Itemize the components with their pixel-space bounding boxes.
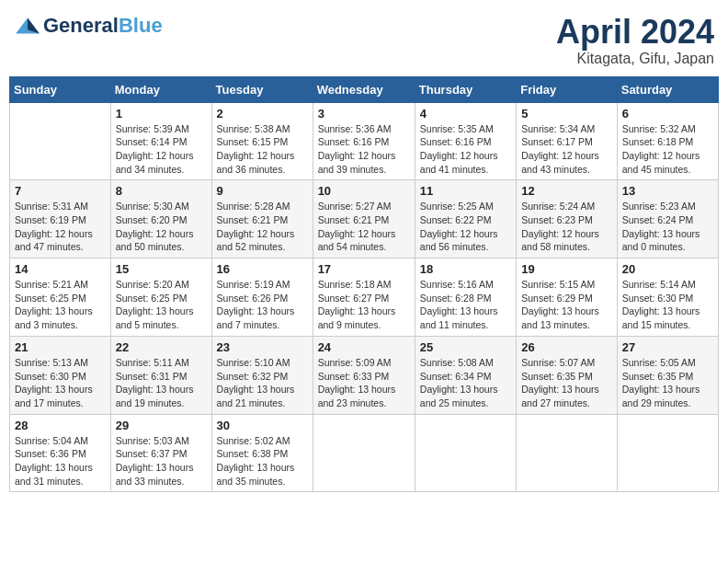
calendar-cell: 11Sunrise: 5:25 AM Sunset: 6:22 PM Dayli… bbox=[415, 180, 516, 259]
logo: GeneralBlue bbox=[14, 14, 163, 38]
day-number: 17 bbox=[318, 262, 410, 276]
logo-general: General bbox=[43, 14, 119, 38]
logo-blue-text: Blue bbox=[119, 14, 163, 38]
calendar-cell: 7Sunrise: 5:31 AM Sunset: 6:19 PM Daylig… bbox=[10, 180, 111, 259]
day-info: Sunrise: 5:32 AM Sunset: 6:18 PM Dayligh… bbox=[622, 122, 713, 177]
day-info: Sunrise: 5:04 AM Sunset: 6:36 PM Dayligh… bbox=[15, 434, 106, 488]
col-sunday: Sunday bbox=[10, 76, 111, 102]
day-number: 11 bbox=[420, 184, 511, 198]
day-number: 18 bbox=[420, 262, 511, 276]
day-info: Sunrise: 5:18 AM Sunset: 6:27 PM Dayligh… bbox=[318, 278, 410, 332]
day-number: 8 bbox=[116, 184, 207, 198]
day-info: Sunrise: 5:34 AM Sunset: 6:17 PM Dayligh… bbox=[521, 122, 612, 177]
col-thursday: Thursday bbox=[415, 76, 516, 102]
day-info: Sunrise: 5:27 AM Sunset: 6:21 PM Dayligh… bbox=[318, 200, 410, 254]
day-info: Sunrise: 5:31 AM Sunset: 6:19 PM Dayligh… bbox=[15, 200, 106, 254]
calendar-cell: 25Sunrise: 5:08 AM Sunset: 6:34 PM Dayli… bbox=[415, 336, 516, 414]
day-number: 9 bbox=[217, 184, 308, 198]
week-row-3: 14Sunrise: 5:21 AM Sunset: 6:25 PM Dayli… bbox=[10, 259, 719, 337]
calendar-cell bbox=[517, 414, 618, 492]
day-info: Sunrise: 5:03 AM Sunset: 6:37 PM Dayligh… bbox=[116, 434, 207, 488]
col-tuesday: Tuesday bbox=[211, 76, 313, 102]
calendar-cell: 17Sunrise: 5:18 AM Sunset: 6:27 PM Dayli… bbox=[313, 259, 415, 337]
day-number: 30 bbox=[217, 419, 308, 432]
day-info: Sunrise: 5:13 AM Sunset: 6:30 PM Dayligh… bbox=[15, 356, 106, 410]
day-info: Sunrise: 5:08 AM Sunset: 6:34 PM Dayligh… bbox=[420, 356, 511, 410]
day-number: 26 bbox=[521, 340, 612, 354]
col-monday: Monday bbox=[110, 76, 211, 102]
calendar-cell: 27Sunrise: 5:05 AM Sunset: 6:35 PM Dayli… bbox=[617, 336, 718, 414]
day-number: 3 bbox=[318, 107, 410, 121]
day-number: 24 bbox=[318, 340, 410, 354]
week-row-5: 28Sunrise: 5:04 AM Sunset: 6:36 PM Dayli… bbox=[10, 414, 719, 492]
day-info: Sunrise: 5:20 AM Sunset: 6:25 PM Dayligh… bbox=[116, 278, 207, 332]
calendar-cell bbox=[617, 414, 718, 492]
month-title: April 2024 bbox=[556, 14, 714, 51]
col-saturday: Saturday bbox=[617, 76, 718, 102]
day-number: 7 bbox=[15, 184, 106, 198]
day-number: 19 bbox=[521, 262, 612, 276]
calendar-cell: 23Sunrise: 5:10 AM Sunset: 6:32 PM Dayli… bbox=[211, 336, 313, 414]
day-number: 13 bbox=[622, 184, 713, 198]
day-info: Sunrise: 5:16 AM Sunset: 6:28 PM Dayligh… bbox=[420, 278, 511, 332]
day-info: Sunrise: 5:02 AM Sunset: 6:38 PM Dayligh… bbox=[217, 434, 308, 488]
calendar-header: Sunday Monday Tuesday Wednesday Thursday… bbox=[10, 76, 719, 102]
day-number: 14 bbox=[15, 262, 106, 276]
day-info: Sunrise: 5:23 AM Sunset: 6:24 PM Dayligh… bbox=[622, 200, 713, 254]
calendar-cell: 2Sunrise: 5:38 AM Sunset: 6:15 PM Daylig… bbox=[211, 102, 313, 180]
day-number: 1 bbox=[116, 107, 207, 121]
calendar-cell: 1Sunrise: 5:39 AM Sunset: 6:14 PM Daylig… bbox=[110, 102, 211, 180]
page-header: GeneralBlue April 2024 Kitagata, Gifu, J… bbox=[9, 9, 719, 67]
day-number: 21 bbox=[15, 340, 106, 354]
calendar-cell: 16Sunrise: 5:19 AM Sunset: 6:26 PM Dayli… bbox=[211, 259, 313, 337]
calendar-cell: 12Sunrise: 5:24 AM Sunset: 6:23 PM Dayli… bbox=[517, 180, 618, 259]
day-info: Sunrise: 5:14 AM Sunset: 6:30 PM Dayligh… bbox=[622, 278, 713, 332]
day-info: Sunrise: 5:21 AM Sunset: 6:25 PM Dayligh… bbox=[15, 278, 106, 332]
day-info: Sunrise: 5:10 AM Sunset: 6:32 PM Dayligh… bbox=[217, 356, 308, 410]
calendar-cell: 14Sunrise: 5:21 AM Sunset: 6:25 PM Dayli… bbox=[10, 259, 111, 337]
day-info: Sunrise: 5:39 AM Sunset: 6:14 PM Dayligh… bbox=[116, 122, 207, 177]
day-info: Sunrise: 5:36 AM Sunset: 6:16 PM Dayligh… bbox=[318, 122, 410, 177]
calendar-cell: 30Sunrise: 5:02 AM Sunset: 6:38 PM Dayli… bbox=[211, 414, 313, 492]
calendar-cell: 21Sunrise: 5:13 AM Sunset: 6:30 PM Dayli… bbox=[10, 336, 111, 414]
day-number: 10 bbox=[318, 184, 410, 198]
calendar-cell bbox=[10, 102, 111, 180]
calendar-cell: 6Sunrise: 5:32 AM Sunset: 6:18 PM Daylig… bbox=[617, 102, 718, 180]
day-info: Sunrise: 5:35 AM Sunset: 6:16 PM Dayligh… bbox=[420, 122, 511, 177]
day-info: Sunrise: 5:19 AM Sunset: 6:26 PM Dayligh… bbox=[217, 278, 308, 332]
day-info: Sunrise: 5:24 AM Sunset: 6:23 PM Dayligh… bbox=[521, 200, 612, 254]
calendar-cell: 22Sunrise: 5:11 AM Sunset: 6:31 PM Dayli… bbox=[110, 336, 211, 414]
day-number: 2 bbox=[217, 107, 308, 121]
day-info: Sunrise: 5:15 AM Sunset: 6:29 PM Dayligh… bbox=[521, 278, 612, 332]
day-info: Sunrise: 5:07 AM Sunset: 6:35 PM Dayligh… bbox=[521, 356, 612, 410]
day-number: 15 bbox=[116, 262, 207, 276]
calendar-cell: 18Sunrise: 5:16 AM Sunset: 6:28 PM Dayli… bbox=[415, 259, 516, 337]
calendar-cell: 4Sunrise: 5:35 AM Sunset: 6:16 PM Daylig… bbox=[415, 102, 516, 180]
day-number: 5 bbox=[521, 107, 612, 121]
day-info: Sunrise: 5:28 AM Sunset: 6:21 PM Dayligh… bbox=[217, 200, 308, 254]
calendar-cell: 13Sunrise: 5:23 AM Sunset: 6:24 PM Dayli… bbox=[617, 180, 718, 259]
calendar-cell: 10Sunrise: 5:27 AM Sunset: 6:21 PM Dayli… bbox=[313, 180, 415, 259]
calendar-cell bbox=[415, 414, 516, 492]
calendar-table: Sunday Monday Tuesday Wednesday Thursday… bbox=[9, 76, 719, 493]
calendar-cell: 15Sunrise: 5:20 AM Sunset: 6:25 PM Dayli… bbox=[110, 259, 211, 337]
title-block: April 2024 Kitagata, Gifu, Japan bbox=[556, 14, 714, 67]
day-number: 4 bbox=[420, 107, 511, 121]
day-number: 27 bbox=[622, 340, 713, 354]
logo-icon bbox=[14, 17, 41, 35]
col-wednesday: Wednesday bbox=[313, 76, 415, 102]
calendar-cell: 26Sunrise: 5:07 AM Sunset: 6:35 PM Dayli… bbox=[517, 336, 618, 414]
day-info: Sunrise: 5:25 AM Sunset: 6:22 PM Dayligh… bbox=[420, 200, 511, 254]
day-number: 12 bbox=[521, 184, 612, 198]
col-friday: Friday bbox=[517, 76, 618, 102]
calendar-cell: 19Sunrise: 5:15 AM Sunset: 6:29 PM Dayli… bbox=[517, 259, 618, 337]
calendar-cell: 29Sunrise: 5:03 AM Sunset: 6:37 PM Dayli… bbox=[110, 414, 211, 492]
day-number: 28 bbox=[15, 419, 106, 432]
calendar-cell: 20Sunrise: 5:14 AM Sunset: 6:30 PM Dayli… bbox=[617, 259, 718, 337]
day-number: 6 bbox=[622, 107, 713, 121]
calendar-cell: 5Sunrise: 5:34 AM Sunset: 6:17 PM Daylig… bbox=[517, 102, 618, 180]
week-row-1: 1Sunrise: 5:39 AM Sunset: 6:14 PM Daylig… bbox=[10, 102, 719, 180]
day-number: 29 bbox=[116, 419, 207, 432]
day-number: 25 bbox=[420, 340, 511, 354]
calendar-body: 1Sunrise: 5:39 AM Sunset: 6:14 PM Daylig… bbox=[10, 102, 719, 492]
